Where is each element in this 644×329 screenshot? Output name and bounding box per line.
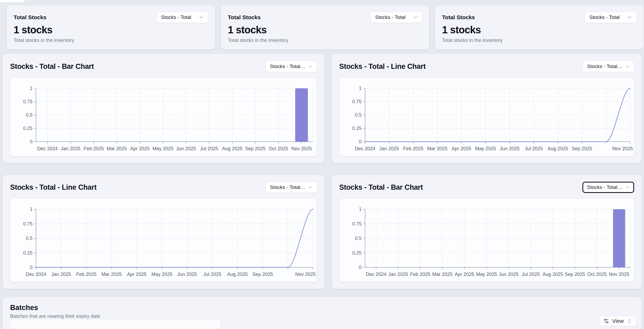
chart-card-header: Stocks - Total - Line Chart Stocks - Tot… xyxy=(339,60,634,73)
chevron-down-icon xyxy=(308,64,313,69)
svg-text:Feb 2025: Feb 2025 xyxy=(410,272,430,277)
stat-metric-select[interactable]: Stocks - Total xyxy=(156,12,208,23)
stat-card-header: Total Stocks Stocks - Total xyxy=(14,12,208,23)
svg-text:Apr 2025: Apr 2025 xyxy=(130,146,149,151)
select-value: Stocks - Total xyxy=(589,14,620,20)
svg-text:0.5: 0.5 xyxy=(355,236,362,241)
settings-sliders-icon xyxy=(603,318,609,324)
svg-text:Jun 2025: Jun 2025 xyxy=(499,272,519,277)
svg-text:0.5: 0.5 xyxy=(26,236,33,241)
select-value: Stocks - Total xyxy=(375,14,406,20)
stat-card-header: Total Stocks Stocks - Total xyxy=(442,12,637,23)
svg-text:Feb 2025: Feb 2025 xyxy=(76,272,96,277)
chart-card-header: Stocks - Total - Bar Chart Stocks - Tota… xyxy=(10,60,317,73)
svg-text:Aug 2025: Aug 2025 xyxy=(548,146,568,151)
stat-subtitle: Total stocks in the inventory xyxy=(228,37,422,43)
select-value: Stocks - Total - Bar... xyxy=(270,64,306,69)
line-chart-canvas: 00.250.50.751Dec 2024Jan 2025Feb 2025Mar… xyxy=(339,77,634,156)
view-button[interactable]: View xyxy=(599,316,636,326)
svg-text:Jun 2025: Jun 2025 xyxy=(177,272,197,277)
svg-text:1: 1 xyxy=(359,207,362,212)
svg-text:Oct 2025: Oct 2025 xyxy=(587,272,607,277)
stat-value: 1 stocks xyxy=(228,24,422,36)
stat-title: Total Stocks xyxy=(442,14,475,21)
chart-metric-select[interactable]: Stocks - Total - Bar... xyxy=(265,61,317,72)
svg-text:Sep 2025: Sep 2025 xyxy=(252,272,273,277)
chevron-down-icon xyxy=(308,185,313,190)
svg-text:Mar 2025: Mar 2025 xyxy=(107,146,127,151)
chart-title: Stocks - Total - Line Chart xyxy=(339,62,426,71)
svg-text:0: 0 xyxy=(359,139,362,144)
svg-text:Jul 2025: Jul 2025 xyxy=(522,272,540,277)
svg-text:0.25: 0.25 xyxy=(352,126,362,131)
chart-title: Stocks - Total - Bar Chart xyxy=(10,62,94,71)
bar-chart-canvas: 00.250.50.751Dec 2024Jan 2025Feb 2025Mar… xyxy=(339,198,634,282)
svg-text:Nov 2025: Nov 2025 xyxy=(612,146,633,151)
chart-metric-select-focused[interactable]: Stocks - Total - Bar... xyxy=(582,182,634,193)
svg-text:Nov 2025: Nov 2025 xyxy=(295,272,316,277)
chart-card-bar-2: Stocks - Total - Bar Chart Stocks - Tota… xyxy=(332,175,642,289)
batches-title: Batches xyxy=(10,303,634,312)
stat-card-total-stocks-1: Total Stocks Stocks - Total 1 stocks Tot… xyxy=(7,5,215,50)
svg-text:Aug 2025: Aug 2025 xyxy=(227,272,248,277)
stat-title: Total Stocks xyxy=(228,14,261,21)
svg-text:Sep 2025: Sep 2025 xyxy=(572,146,592,151)
svg-text:Jul 2025: Jul 2025 xyxy=(203,272,221,277)
stat-value: 1 stocks xyxy=(14,24,208,36)
svg-text:0: 0 xyxy=(359,265,362,270)
svg-text:1: 1 xyxy=(359,86,362,91)
stat-metric-select[interactable]: Stocks - Total xyxy=(371,12,422,23)
chart-card-line-2: Stocks - Total - Line Chart Stocks - Tot… xyxy=(3,175,325,289)
svg-text:0.25: 0.25 xyxy=(23,250,33,256)
svg-text:0.5: 0.5 xyxy=(355,112,362,118)
svg-text:Mar 2025: Mar 2025 xyxy=(102,272,122,277)
svg-text:May 2025: May 2025 xyxy=(151,272,172,277)
svg-text:1: 1 xyxy=(30,207,33,212)
svg-text:Feb 2025: Feb 2025 xyxy=(84,146,104,151)
chart-title: Stocks - Total - Line Chart xyxy=(10,183,96,192)
svg-text:Aug 2025: Aug 2025 xyxy=(542,272,563,277)
svg-text:0.75: 0.75 xyxy=(23,99,33,104)
chart-metric-select[interactable]: Stocks - Total - Line... xyxy=(265,182,317,193)
svg-text:Dec 2024: Dec 2024 xyxy=(26,272,46,277)
chart-card-header: Stocks - Total - Line Chart Stocks - Tot… xyxy=(10,181,317,193)
svg-text:Sep 2025: Sep 2025 xyxy=(565,272,585,277)
chevron-down-icon xyxy=(627,14,633,20)
stat-metric-select[interactable]: Stocks - Total xyxy=(585,12,637,23)
svg-text:Sep 2025: Sep 2025 xyxy=(245,146,266,151)
svg-text:Mar 2025: Mar 2025 xyxy=(427,146,447,151)
chevron-down-icon xyxy=(625,64,630,69)
svg-text:Jan 2025: Jan 2025 xyxy=(61,146,80,151)
svg-text:0: 0 xyxy=(30,139,33,144)
stat-card-total-stocks-3: Total Stocks Stocks - Total 1 stocks Tot… xyxy=(435,5,643,50)
svg-text:May 2025: May 2025 xyxy=(475,146,496,151)
stat-subtitle: Total stocks in the inventory xyxy=(442,37,637,43)
svg-text:Apr 2025: Apr 2025 xyxy=(452,146,471,151)
batches-section: Batches Batches that are nearing their e… xyxy=(3,297,642,329)
svg-text:Dec 2024: Dec 2024 xyxy=(366,272,386,277)
svg-text:0.5: 0.5 xyxy=(26,112,33,118)
chart-metric-select[interactable]: Stocks - Total - Line... xyxy=(582,61,634,72)
select-value: Stocks - Total - Line... xyxy=(587,64,623,69)
svg-text:Nov 2025: Nov 2025 xyxy=(609,272,629,277)
view-button-label: View xyxy=(612,318,624,324)
dashboard-page: Total Stocks Stocks - Total 1 stocks Tot… xyxy=(0,0,644,329)
table-filter-input[interactable] xyxy=(10,319,221,329)
svg-text:Jul 2025: Jul 2025 xyxy=(200,146,218,151)
svg-text:Jun 2025: Jun 2025 xyxy=(176,146,196,151)
stat-title: Total Stocks xyxy=(14,14,46,21)
svg-text:Apr 2025: Apr 2025 xyxy=(455,272,474,277)
svg-text:May 2025: May 2025 xyxy=(152,146,173,151)
svg-text:Oct 2025: Oct 2025 xyxy=(269,146,288,151)
svg-text:Jul 2025: Jul 2025 xyxy=(525,146,543,151)
svg-text:1: 1 xyxy=(30,86,33,91)
svg-text:Mar 2025: Mar 2025 xyxy=(432,272,452,277)
chevron-down-icon xyxy=(198,14,204,20)
stat-value: 1 stocks xyxy=(442,24,637,36)
svg-text:May 2025: May 2025 xyxy=(476,272,497,277)
chevrons-up-down-icon xyxy=(627,319,632,324)
stat-card-total-stocks-2: Total Stocks Stocks - Total 1 stocks Tot… xyxy=(221,5,429,50)
svg-text:0.25: 0.25 xyxy=(23,126,33,131)
svg-text:Jan 2025: Jan 2025 xyxy=(51,272,71,277)
svg-text:Nov 2025: Nov 2025 xyxy=(291,146,312,151)
